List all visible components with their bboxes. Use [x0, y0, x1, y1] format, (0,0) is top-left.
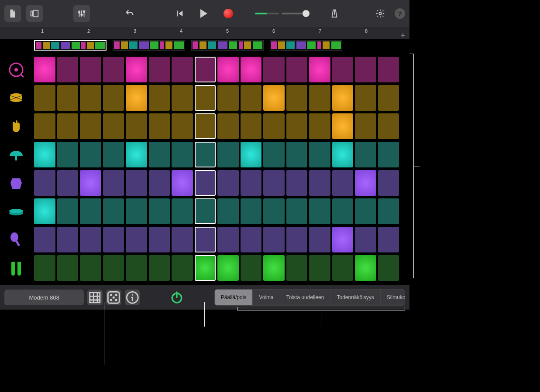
- pattern-thumbnail[interactable]: [270, 40, 342, 51]
- view-tracks-button[interactable]: [26, 5, 43, 22]
- clap-icon[interactable]: [0, 113, 32, 139]
- info-button[interactable]: [125, 290, 140, 305]
- step-cell[interactable]: [355, 142, 376, 167]
- step-cell[interactable]: [378, 113, 399, 139]
- step-cell[interactable]: [149, 255, 170, 281]
- step-cell[interactable]: [34, 142, 55, 167]
- step-cell[interactable]: [286, 170, 308, 196]
- add-track-button[interactable]: ＋: [399, 30, 407, 40]
- step-cell[interactable]: [263, 142, 285, 167]
- step-cell[interactable]: [241, 170, 262, 196]
- step-cell[interactable]: [286, 198, 308, 224]
- step-cell[interactable]: [217, 113, 239, 139]
- step-cell[interactable]: [126, 255, 147, 281]
- step-cell[interactable]: [57, 142, 79, 167]
- step-cell[interactable]: [34, 227, 55, 252]
- step-cell[interactable]: [309, 255, 330, 281]
- step-cell[interactable]: [103, 57, 124, 82]
- snare-drum-icon[interactable]: [0, 85, 32, 111]
- metronome-button[interactable]: [326, 5, 343, 22]
- cowbell-icon[interactable]: [0, 170, 32, 196]
- step-cell[interactable]: [34, 85, 55, 111]
- step-cell[interactable]: [263, 227, 285, 252]
- step-cell[interactable]: [332, 142, 354, 167]
- step-cell[interactable]: [149, 170, 170, 196]
- step-cell[interactable]: [263, 113, 285, 139]
- step-cell[interactable]: [309, 85, 330, 111]
- step-cell[interactable]: [286, 227, 308, 252]
- step-cell[interactable]: [172, 227, 193, 252]
- step-cell[interactable]: [57, 255, 79, 281]
- step-cell[interactable]: [241, 57, 262, 82]
- step-cell[interactable]: [355, 85, 376, 111]
- step-cell[interactable]: [332, 85, 354, 111]
- mode-loop[interactable]: Silmukoi: [381, 290, 405, 305]
- play-button[interactable]: [196, 5, 212, 22]
- step-cell[interactable]: [355, 170, 376, 196]
- step-cell[interactable]: [34, 198, 55, 224]
- record-button[interactable]: [220, 5, 237, 22]
- power-toggle[interactable]: [169, 290, 185, 305]
- step-cell[interactable]: [34, 255, 55, 281]
- step-cell[interactable]: [355, 198, 376, 224]
- step-cell[interactable]: [309, 227, 330, 252]
- step-cell[interactable]: [286, 255, 308, 281]
- step-cell[interactable]: [57, 113, 79, 139]
- step-cell[interactable]: [217, 85, 239, 111]
- mode-probability[interactable]: Todennäköisyys: [330, 290, 380, 305]
- step-cell[interactable]: [286, 85, 308, 111]
- step-cell[interactable]: [80, 142, 101, 167]
- step-cell[interactable]: [103, 85, 124, 111]
- step-cell[interactable]: [309, 113, 330, 139]
- timeline-ruler[interactable]: 1 2 3 4 5 6 7 8 ＋: [0, 27, 409, 39]
- step-cell[interactable]: [355, 227, 376, 252]
- step-cell[interactable]: [195, 85, 216, 111]
- step-cell[interactable]: [195, 113, 216, 139]
- step-cell[interactable]: [378, 57, 399, 82]
- step-cell[interactable]: [103, 170, 124, 196]
- step-cell[interactable]: [80, 57, 101, 82]
- settings-button[interactable]: [372, 5, 389, 22]
- step-cell[interactable]: [80, 85, 101, 111]
- step-cell[interactable]: [34, 170, 55, 196]
- step-cell[interactable]: [195, 142, 216, 167]
- grid-settings-button[interactable]: [87, 290, 103, 305]
- step-cell[interactable]: [309, 142, 330, 167]
- step-cell[interactable]: [217, 227, 239, 252]
- step-cell[interactable]: [217, 255, 239, 281]
- step-cell[interactable]: [332, 57, 354, 82]
- step-cell[interactable]: [217, 198, 239, 224]
- step-cell[interactable]: [172, 198, 193, 224]
- step-cell[interactable]: [103, 142, 124, 167]
- step-cell[interactable]: [149, 198, 170, 224]
- step-cell[interactable]: [149, 57, 170, 82]
- step-cell[interactable]: [309, 57, 330, 82]
- step-cell[interactable]: [34, 57, 55, 82]
- help-button[interactable]: ?: [395, 8, 405, 19]
- step-cell[interactable]: [195, 198, 216, 224]
- randomize-button[interactable]: [106, 290, 121, 305]
- step-cell[interactable]: [149, 113, 170, 139]
- step-cell[interactable]: [378, 85, 399, 111]
- step-cell[interactable]: [149, 227, 170, 252]
- step-cell[interactable]: [263, 255, 285, 281]
- step-cell[interactable]: [126, 85, 147, 111]
- step-cell[interactable]: [80, 198, 101, 224]
- step-cell[interactable]: [195, 57, 216, 82]
- mixer-button[interactable]: [73, 5, 90, 22]
- step-cell[interactable]: [286, 142, 308, 167]
- step-cell[interactable]: [80, 113, 101, 139]
- mode-velocity[interactable]: Voima: [253, 290, 280, 305]
- shaker-icon[interactable]: [0, 227, 32, 252]
- step-cell[interactable]: [126, 198, 147, 224]
- step-cell[interactable]: [126, 57, 147, 82]
- step-cell[interactable]: [241, 142, 262, 167]
- step-cell[interactable]: [172, 113, 193, 139]
- step-cell[interactable]: [263, 198, 285, 224]
- step-cell[interactable]: [195, 170, 216, 196]
- step-cell[interactable]: [172, 170, 193, 196]
- step-cell[interactable]: [332, 113, 354, 139]
- step-cell[interactable]: [263, 57, 285, 82]
- step-cell[interactable]: [241, 198, 262, 224]
- mode-onoff[interactable]: Päällä/pois: [215, 290, 253, 305]
